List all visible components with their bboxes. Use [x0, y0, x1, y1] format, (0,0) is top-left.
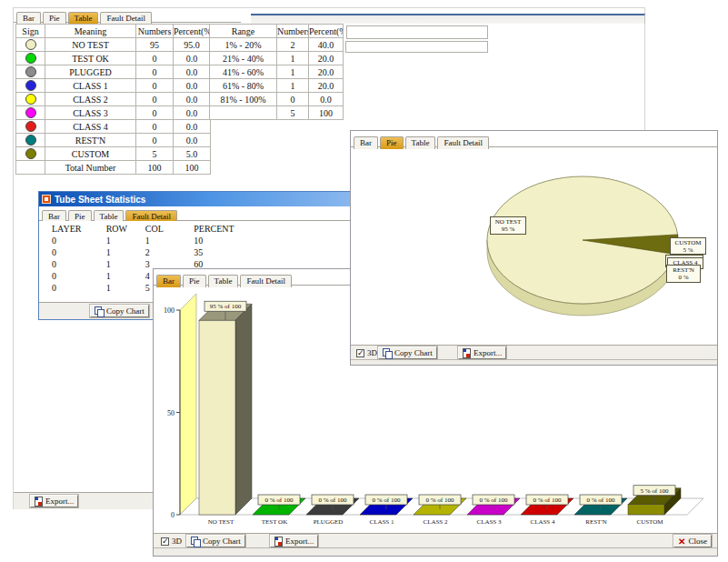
sign-swatch — [25, 66, 36, 77]
3d-label: 3D — [172, 537, 182, 546]
table-row: CLASS 100.0 — [16, 79, 211, 93]
desktop: BarPieTableFault Detail SignMeaningNumbe… — [0, 0, 728, 562]
close-x-icon: ✕ — [678, 537, 685, 547]
chart-wall — [180, 294, 196, 515]
cell: 0 — [50, 270, 105, 282]
export-label: Export... — [474, 348, 502, 357]
table-row: CLASS 300.0 — [16, 106, 211, 120]
cell: CLASS 1 — [45, 79, 136, 93]
x-category-label: TEST OK — [262, 518, 287, 526]
tab-pie[interactable]: Pie — [380, 136, 404, 149]
cell: CLASS 3 — [45, 106, 136, 120]
cell: 0 — [136, 79, 174, 93]
bar-value-label: 0 % of 100 — [265, 497, 294, 504]
copy-chart-button[interactable]: Copy Chart — [378, 346, 437, 359]
copy-chart-button[interactable]: Copy Chart — [186, 535, 245, 547]
column-header: Percent(%) — [309, 25, 344, 38]
sign-swatch — [25, 53, 36, 64]
table-row: 61% - 80%120.0 — [210, 79, 344, 93]
cell: 1 — [277, 65, 309, 79]
copy-chart-label: Copy Chart — [394, 348, 433, 357]
tab-fault-detail[interactable]: Fault Detail — [100, 12, 152, 25]
copy-chart-button[interactable]: Copy Chart — [90, 305, 149, 317]
cell — [16, 65, 45, 79]
cell: 40.0 — [309, 38, 344, 52]
cell — [16, 79, 45, 93]
cell: 0 — [50, 282, 105, 294]
pie-window-toolbar: 3D Copy Chart Export... — [351, 345, 717, 359]
cell: 0 — [136, 134, 174, 147]
y-tick-label: 100 — [164, 306, 175, 315]
table-row: 41% - 60%120.0 — [210, 65, 344, 79]
export-label: Export... — [285, 537, 314, 546]
stats-titlebar[interactable]: Tube Sheet Statistics — [39, 192, 354, 206]
cell: 100 — [309, 106, 344, 120]
table-row: TEST OK00.0 — [16, 52, 211, 65]
table-row: 01110 — [50, 235, 250, 246]
bar-value-label: 0 % of 100 — [426, 497, 454, 504]
export-button[interactable]: Export... — [458, 346, 506, 359]
bar-custom: 5 % of 100CUSTOM — [628, 486, 681, 526]
x-category-label: CLASS 3 — [476, 518, 502, 526]
cell: 0 — [136, 65, 174, 79]
tab-table[interactable]: Table — [68, 12, 99, 25]
cell — [16, 161, 45, 175]
tab-pie[interactable]: Pie — [43, 12, 66, 25]
cell — [16, 106, 45, 120]
cell: 20.0 — [309, 65, 344, 79]
background-window-edge — [251, 14, 645, 24]
cell: 21% - 40% — [210, 52, 277, 65]
cell: 0.0 — [174, 79, 211, 93]
cell: 5.0 — [174, 147, 211, 161]
3d-checkbox[interactable]: 3D — [356, 348, 377, 357]
cell: 5 — [136, 147, 174, 161]
cell: 95.0 — [174, 38, 211, 52]
export-button[interactable]: Export... — [270, 535, 318, 547]
cell — [16, 147, 45, 161]
pie-window-tabs: BarPieTableFault Detail — [351, 133, 717, 147]
column-header: Meaning — [45, 25, 136, 38]
checkbox-check-icon — [161, 537, 169, 546]
bar-value-label: 0 % of 100 — [373, 497, 401, 504]
empty-cell — [346, 25, 488, 39]
y-tick-label: 0 — [171, 511, 175, 519]
3d-checkbox[interactable]: 3D — [161, 537, 182, 546]
cell: 1 — [144, 235, 192, 246]
pie-chart-window: BarPieTableFault Detail NO TEST95 % CLAS… — [350, 130, 718, 366]
cell: 1 — [277, 52, 309, 65]
sign-swatch — [25, 121, 36, 132]
cell: PLUGGED — [45, 65, 136, 79]
range-table: RangeNumbersPercent(%)1% - 20%240.021% -… — [209, 24, 344, 120]
y-tick-label: 50 — [167, 409, 175, 417]
copy-icon — [383, 348, 392, 358]
bar-window-toolbar: 3D Copy Chart Export... ✕ Close — [154, 533, 717, 547]
close-button[interactable]: ✕ Close — [673, 535, 712, 547]
cell: 5 — [277, 106, 309, 120]
tab-table[interactable]: Table — [405, 136, 436, 149]
cell: NO TEST — [45, 38, 136, 52]
column-header: Sign — [16, 25, 45, 38]
export-button[interactable]: Export... — [30, 495, 78, 507]
table-row: CLASS 400.0 — [16, 120, 211, 134]
cell: 100 — [136, 161, 174, 175]
cell: 0.0 — [174, 106, 211, 120]
tab-bar[interactable]: Bar — [354, 136, 378, 149]
cell: 0.0 — [174, 65, 211, 79]
cell — [210, 106, 277, 120]
copy-icon — [95, 306, 104, 316]
table-row: SignMeaningNumbersPercent(%) — [16, 25, 211, 38]
cell: 0 — [277, 93, 309, 106]
tab-bar[interactable]: Bar — [16, 12, 41, 25]
cell: 1 — [105, 258, 144, 270]
app-icon — [42, 195, 51, 204]
cell: REST'N — [45, 134, 136, 147]
tab-fault-detail[interactable]: Fault Detail — [437, 136, 489, 149]
cell: 100 — [174, 161, 211, 175]
sign-table: SignMeaningNumbersPercent(%)NO TEST9595.… — [15, 24, 211, 175]
table-row: 81% - 100%00.0 — [210, 93, 344, 106]
copy-icon — [191, 537, 200, 547]
x-category-label: PLUGGED — [314, 518, 344, 526]
x-category-label: CLASS 2 — [423, 518, 448, 526]
column-header: Numbers — [136, 25, 174, 38]
column-header: ROW — [105, 223, 144, 235]
